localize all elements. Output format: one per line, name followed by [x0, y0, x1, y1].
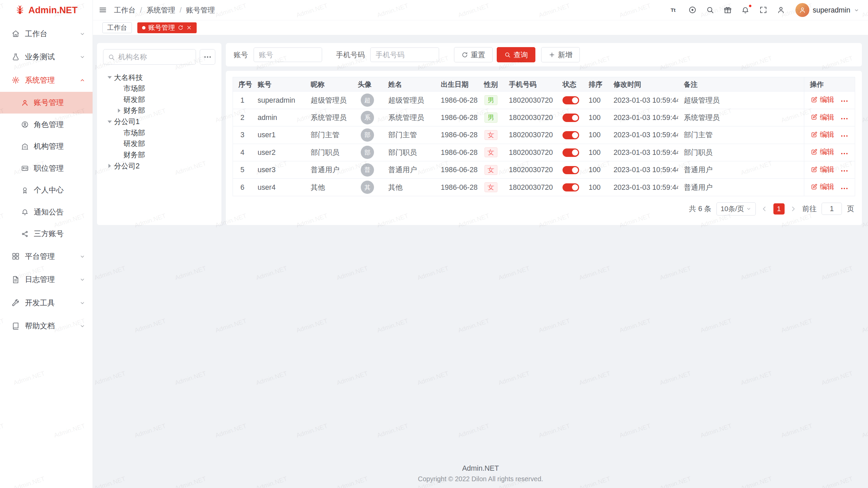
tree-node[interactable]: 市场部 — [103, 127, 215, 138]
sidebar-item-log-management[interactable]: 日志管理 — [0, 268, 93, 291]
prev-page-button[interactable] — [761, 205, 768, 213]
tree-node[interactable]: 财务部 — [103, 149, 215, 161]
sidebar-item-workbench[interactable]: 工作台 — [0, 22, 93, 45]
status-toggle[interactable] — [563, 183, 579, 191]
chevron-down-icon — [79, 323, 85, 329]
org-search-input[interactable] — [118, 53, 191, 61]
sidebar-subitem-role-management[interactable]: 角色管理 — [0, 114, 93, 135]
tab-account-management[interactable]: 账号管理 — [137, 22, 197, 34]
tab-label: 工作台 — [107, 23, 127, 32]
sidebar-item-dev-tools[interactable]: 开发工具 — [0, 291, 93, 315]
next-page-button[interactable] — [789, 205, 797, 213]
reset-button[interactable]: 重置 — [454, 47, 493, 63]
breadcrumb-item[interactable]: 账号管理 — [186, 5, 215, 15]
sidebar-subitem-organization-management[interactable]: 机构管理 — [0, 136, 93, 157]
edit-button[interactable]: 编辑 — [811, 113, 834, 122]
cell-birth-date: 1986-06-28 — [435, 161, 478, 179]
sidebar-item-system-management[interactable]: 系统管理 — [0, 68, 93, 92]
cell-status — [557, 92, 583, 109]
edit-icon — [811, 166, 817, 173]
fullscreen-icon[interactable] — [759, 6, 767, 14]
sidebar-item-label: 日志管理 — [25, 274, 55, 285]
search-button[interactable]: 查询 — [497, 47, 536, 63]
sidebar-subitem-personal-center[interactable]: 个人中心 — [0, 179, 93, 201]
search-icon[interactable] — [706, 6, 714, 14]
column-header: 序号 — [233, 77, 252, 91]
sidebar-subitem-third-party-account[interactable]: 三方账号 — [0, 223, 93, 245]
column-header: 出生日期 — [435, 77, 478, 91]
breadcrumb-item[interactable]: 工作台 — [114, 5, 136, 15]
bell-icon — [21, 208, 29, 216]
caret-down-icon[interactable] — [106, 74, 114, 81]
row-more-button[interactable] — [840, 149, 848, 158]
cell-index: 2 — [233, 109, 252, 126]
column-header: 排序 — [583, 77, 608, 91]
cell-actions: 编辑 — [804, 109, 855, 126]
edit-button[interactable]: 编辑 — [811, 165, 834, 174]
tab-close-icon[interactable] — [186, 25, 192, 30]
cell-account: superadmin — [252, 92, 305, 109]
status-toggle[interactable] — [563, 131, 579, 139]
status-toggle[interactable] — [563, 166, 579, 174]
sidebar-item-help-docs[interactable]: 帮助文档 — [0, 314, 93, 338]
cell-sort: 100 — [583, 144, 608, 161]
row-more-button[interactable] — [840, 184, 848, 192]
gender-tag: 男 — [485, 113, 497, 122]
font-size-icon[interactable]: Tt — [670, 6, 678, 14]
row-more-button[interactable] — [840, 97, 848, 105]
row-more-button[interactable] — [840, 167, 848, 175]
edit-button[interactable]: 编辑 — [811, 182, 834, 191]
user-menu[interactable]: superadmin — [795, 3, 859, 17]
sidebar-item-business-test[interactable]: 业务测试 — [0, 45, 93, 69]
chevron-down-icon — [79, 31, 85, 37]
bell-icon[interactable] — [741, 6, 749, 14]
target-icon[interactable] — [688, 6, 696, 14]
edit-button[interactable]: 编辑 — [811, 95, 834, 104]
tree-node[interactable]: 研发部 — [103, 94, 215, 105]
user-icon[interactable] — [777, 6, 785, 14]
tree-node[interactable]: 市场部 — [103, 83, 215, 94]
breadcrumb-item[interactable]: 系统管理 — [146, 5, 175, 15]
sidebar-subitem-position-management[interactable]: 职位管理 — [0, 157, 93, 179]
row-more-button[interactable] — [840, 132, 848, 140]
tab-workbench[interactable]: 工作台 — [102, 22, 132, 34]
tree-node[interactable]: 分公司1 — [103, 116, 215, 127]
add-button[interactable]: 新增 — [541, 47, 580, 63]
org-more-button[interactable] — [200, 49, 215, 65]
sidebar-item-platform-management[interactable]: 平台管理 — [0, 245, 93, 268]
chevron-down-icon — [746, 206, 751, 211]
status-toggle[interactable] — [563, 148, 579, 157]
tree-node[interactable]: 分公司2 — [103, 160, 215, 171]
tree-node[interactable]: 大名科技 — [103, 72, 215, 83]
edit-button[interactable]: 编辑 — [811, 130, 834, 139]
caret-down-icon[interactable] — [106, 118, 114, 126]
edit-button[interactable]: 编辑 — [811, 147, 834, 157]
cell-gender: 女 — [478, 161, 503, 179]
tree-node[interactable]: 财务部 — [103, 105, 215, 116]
column-header: 手机号码 — [504, 77, 557, 91]
sidebar-item-label: 平台管理 — [25, 251, 55, 262]
sidebar-subitem-account-management[interactable]: 账号管理 — [0, 92, 93, 114]
account-input[interactable] — [254, 47, 322, 62]
page-number-1[interactable]: 1 — [773, 203, 785, 215]
org-panel-header — [103, 49, 215, 65]
brand-name: Admin.NET — [28, 5, 78, 16]
phone-input[interactable] — [370, 47, 439, 62]
gift-icon[interactable] — [724, 6, 732, 14]
sidebar-subitem-label: 职位管理 — [34, 163, 64, 174]
footer-app-name: Admin.NET — [462, 464, 499, 472]
row-more-button[interactable] — [840, 115, 848, 123]
status-toggle[interactable] — [563, 114, 579, 122]
home-icon — [12, 29, 20, 38]
toggle-knob — [572, 97, 578, 103]
caret-right-icon[interactable] — [115, 107, 123, 115]
tree-node[interactable]: 研发部 — [103, 138, 215, 149]
status-toggle[interactable] — [563, 96, 579, 104]
menu-collapse-icon[interactable] — [99, 6, 107, 14]
page-size-select[interactable]: 10条/页 — [716, 202, 756, 216]
tab-refresh-icon[interactable] — [178, 25, 183, 30]
sidebar-subitem-notice-announcement[interactable]: 通知公告 — [0, 201, 93, 223]
goto-page-input[interactable] — [822, 203, 842, 215]
column-header: 性别 — [478, 77, 503, 91]
caret-right-icon[interactable] — [106, 162, 114, 170]
